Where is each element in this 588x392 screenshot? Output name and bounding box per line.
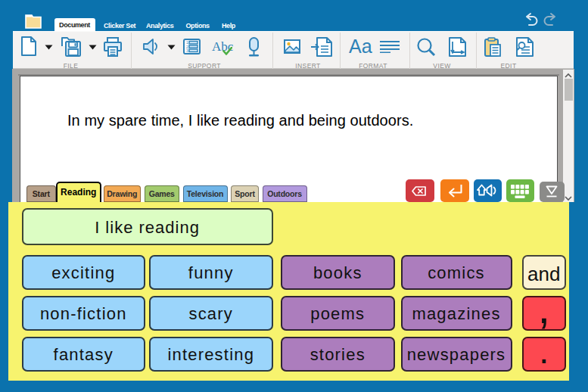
svg-text:3: 3 bbox=[186, 48, 188, 53]
